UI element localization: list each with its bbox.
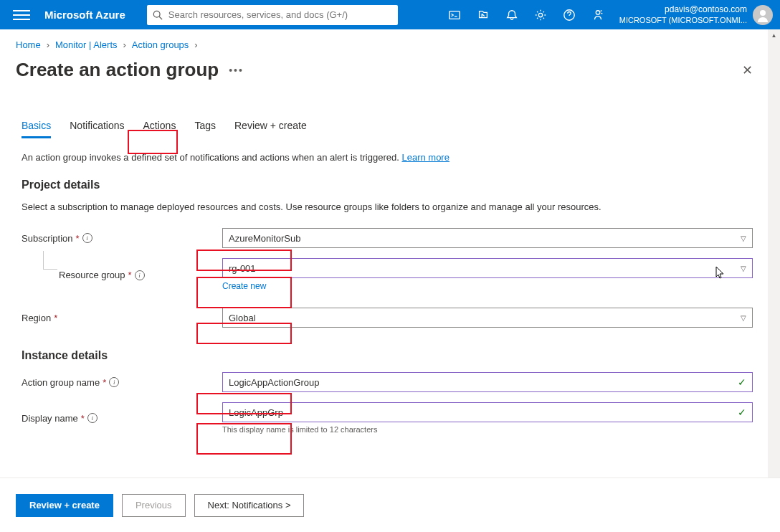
- svg-point-6: [760, 10, 766, 16]
- tree-connector: [43, 251, 57, 270]
- resource-group-label: Resource group * i: [22, 270, 222, 280]
- top-header: Microsoft Azure pdavis@contoso.com MICRO…: [0, 0, 780, 29]
- page-title: Create an action group: [16, 59, 219, 81]
- tab-review[interactable]: Review + create: [234, 115, 307, 138]
- action-group-name-input[interactable]: LogicAppActionGroup ✓: [222, 372, 753, 392]
- svg-line-1: [159, 16, 162, 19]
- feedback-icon[interactable]: [584, 1, 612, 29]
- display-name-hint: This display name is limited to 12 chara…: [222, 425, 753, 434]
- project-details-desc: Select a subscription to manage deployed…: [22, 201, 764, 212]
- header-icon-bar: [440, 1, 612, 29]
- breadcrumb-action-groups[interactable]: Action groups: [132, 39, 189, 50]
- action-group-name-row: Action group name * i LogicAppActionGrou…: [22, 372, 764, 392]
- region-label: Region *: [22, 313, 222, 323]
- close-icon[interactable]: ✕: [739, 60, 756, 81]
- display-name-label: Display name * i: [22, 413, 222, 424]
- tab-bar: Basics Notifications Actions Tags Review…: [22, 115, 764, 139]
- check-icon: ✓: [738, 376, 746, 388]
- check-icon: ✓: [738, 407, 746, 418]
- required-asterisk: *: [81, 413, 85, 424]
- tab-actions[interactable]: Actions: [143, 115, 176, 138]
- chevron-right-icon: ›: [194, 39, 197, 50]
- intro-text: An action group invokes a defined set of…: [22, 152, 764, 163]
- required-asterisk: *: [76, 233, 80, 244]
- notifications-icon[interactable]: [498, 1, 526, 29]
- user-info[interactable]: pdavis@contoso.com MICROSOFT (MICROSOFT.…: [619, 4, 747, 26]
- required-asterisk: *: [103, 377, 106, 388]
- breadcrumb-home[interactable]: Home: [16, 39, 41, 50]
- required-asterisk: *: [54, 313, 57, 323]
- resource-group-row: Resource group * i rg-001 ▽ Create new: [22, 258, 764, 292]
- display-name-row: Display name * i LogicAppGrp ✓ This disp…: [22, 402, 764, 434]
- subscription-select[interactable]: AzureMonitorSub ▽: [222, 228, 753, 248]
- chevron-right-icon: ›: [123, 39, 126, 50]
- user-avatar[interactable]: [753, 5, 773, 25]
- info-icon[interactable]: i: [109, 377, 119, 387]
- more-icon[interactable]: •••: [229, 65, 244, 76]
- search-input[interactable]: [168, 9, 392, 20]
- settings-icon[interactable]: [526, 1, 555, 29]
- main-content: Basics Notifications Actions Tags Review…: [0, 115, 780, 492]
- chevron-down-icon: ▽: [741, 234, 746, 242]
- svg-rect-2: [450, 11, 460, 19]
- hamburger-menu-icon[interactable]: [13, 6, 30, 24]
- svg-point-3: [538, 13, 542, 16]
- required-asterisk: *: [128, 270, 132, 280]
- info-icon[interactable]: i: [135, 270, 145, 280]
- footer-bar: Review + create Previous Next: Notificat…: [0, 478, 780, 532]
- breadcrumb: Home › Monitor | Alerts › Action groups …: [0, 29, 780, 56]
- info-icon[interactable]: i: [87, 413, 98, 423]
- region-row: Region * Global ▽: [22, 308, 764, 328]
- subscription-label: Subscription * i: [22, 233, 222, 244]
- learn-more-link[interactable]: Learn more: [401, 152, 449, 163]
- info-icon[interactable]: i: [82, 233, 92, 243]
- instance-details-heading: Instance details: [22, 349, 764, 362]
- subscription-row: Subscription * i AzureMonitorSub ▽: [22, 228, 764, 248]
- directories-icon[interactable]: [469, 1, 498, 29]
- display-name-input[interactable]: LogicAppGrp ✓: [222, 402, 753, 422]
- next-button[interactable]: Next: Notifications >: [194, 494, 305, 517]
- review-create-button[interactable]: Review + create: [16, 494, 113, 517]
- resource-group-select[interactable]: rg-001 ▽: [222, 258, 753, 278]
- action-group-name-label: Action group name * i: [22, 377, 222, 388]
- cloud-shell-icon[interactable]: [440, 1, 469, 29]
- svg-point-0: [153, 11, 160, 17]
- project-details-heading: Project details: [22, 179, 764, 191]
- region-select[interactable]: Global ▽: [222, 308, 753, 328]
- user-email: pdavis@contoso.com: [619, 4, 747, 16]
- svg-point-5: [596, 10, 599, 14]
- tab-tags[interactable]: Tags: [194, 115, 216, 138]
- title-row: Create an action group ••• ✕: [0, 56, 780, 98]
- chevron-right-icon: ›: [47, 39, 49, 50]
- search-icon: [153, 10, 163, 20]
- brand-label: Microsoft Azure: [44, 9, 125, 21]
- previous-button: Previous: [122, 494, 186, 517]
- chevron-down-icon: ▽: [741, 265, 746, 272]
- create-new-link[interactable]: Create new: [222, 281, 266, 291]
- help-icon[interactable]: [555, 1, 584, 29]
- global-search[interactable]: [147, 5, 398, 25]
- tab-basics[interactable]: Basics: [22, 115, 51, 138]
- tab-notifications[interactable]: Notifications: [70, 115, 124, 138]
- scroll-up-icon[interactable]: ▲: [768, 29, 780, 42]
- user-org: MICROSOFT (MICROSOFT.ONMI...: [619, 15, 747, 25]
- chevron-down-icon: ▽: [741, 314, 746, 322]
- breadcrumb-monitor[interactable]: Monitor | Alerts: [55, 39, 117, 50]
